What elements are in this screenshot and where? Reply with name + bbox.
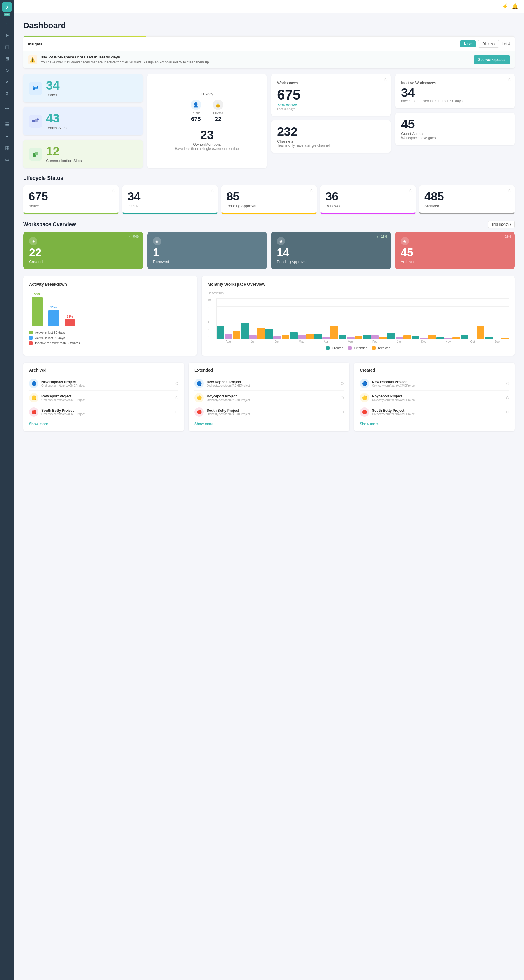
sidebar-item-tools[interactable]: ✕ bbox=[2, 76, 12, 87]
archived-ext-1[interactable]: ⬡ bbox=[175, 382, 178, 385]
archived-item-3-text: South Betty Project Orchesty.com/team/AC… bbox=[41, 409, 85, 416]
ov-created-card: ↑ +54% ◈ 22 Created bbox=[23, 232, 143, 269]
dec-extended bbox=[420, 338, 428, 339]
created-item-1-left: 🔵 New Raphael Project Orchesty.com/team/… bbox=[360, 379, 416, 388]
created-show-more[interactable]: Show more bbox=[360, 422, 509, 426]
created-item-2: 🟡 Royceport Project Orchesty.com/team/AC… bbox=[360, 391, 509, 405]
see-workspaces-button[interactable]: See workspaces bbox=[474, 55, 510, 64]
archived-avatar-1: 🔵 bbox=[29, 379, 38, 388]
feb-created bbox=[363, 335, 371, 339]
label-may: May bbox=[290, 340, 314, 344]
lc-pending-card: ⬡ 85 Pending Approval bbox=[221, 185, 317, 214]
archived-avatar-2: 🟡 bbox=[29, 393, 38, 402]
legend-dot-green bbox=[29, 331, 33, 334]
month-select[interactable]: This month ▾ bbox=[488, 221, 515, 228]
sidebar-item-send[interactable]: ➤ bbox=[2, 30, 12, 40]
teams-sites-card: 43 Teams Sites bbox=[23, 107, 143, 135]
extended-ext-1[interactable]: ⬡ bbox=[341, 382, 344, 385]
legend-dot-archived-monthly bbox=[372, 346, 376, 350]
owner-members-label: Owner/Members bbox=[153, 142, 261, 146]
label-jan: Jan bbox=[387, 340, 411, 344]
archived-item-1-text: New Raphael Project Orchesty.com/team/AC… bbox=[41, 380, 85, 387]
archived-show-more[interactable]: Show more bbox=[29, 422, 178, 426]
created-name-2: Royceport Project bbox=[372, 394, 416, 398]
teams-sites-num: 43 bbox=[46, 112, 67, 124]
insights-actions: Next Dismiss 1 of 4 bbox=[460, 40, 510, 48]
lc-inactive-external[interactable]: ⬡ bbox=[211, 189, 214, 193]
insights-progress-fill bbox=[23, 36, 146, 37]
archived-list-card: Archived 🔵 New Raphael Project Orchesty.… bbox=[23, 363, 184, 431]
ov-renewed-num: 1 bbox=[153, 247, 261, 259]
archived-item-2-left: 🟡 Royceport Project Orchesty.com/team/AC… bbox=[29, 393, 85, 402]
extended-ext-3[interactable]: ⬡ bbox=[341, 410, 344, 414]
legend-label-extended: Extended bbox=[354, 346, 367, 350]
ov-created-icon: ◈ bbox=[29, 237, 137, 245]
month-sep bbox=[485, 337, 509, 339]
label-sep: Sep bbox=[485, 340, 509, 344]
month-oct bbox=[460, 326, 484, 339]
guest-label: Guest Access bbox=[401, 132, 509, 136]
bottom-row: Archived 🔵 New Raphael Project Orchesty.… bbox=[23, 363, 515, 431]
lc-archived-card: ⬡ 485 Archived bbox=[419, 185, 515, 214]
label-mar: Mar bbox=[339, 340, 362, 344]
sidebar-item-layers[interactable]: ◫ bbox=[2, 41, 12, 52]
guest-num: 45 bbox=[401, 118, 509, 130]
archived-url-2: Orchesty.com/team/ACMEProject bbox=[41, 398, 85, 401]
channels-label: Channels bbox=[277, 139, 385, 143]
created-ext-3[interactable]: ⬡ bbox=[506, 410, 509, 414]
lc-archived-external[interactable]: ⬡ bbox=[508, 189, 511, 193]
extended-show-more[interactable]: Show more bbox=[194, 422, 344, 426]
sidebar-logo[interactable]: ❯ bbox=[2, 2, 12, 12]
sidebar-item-monitor[interactable]: ▭ bbox=[2, 154, 12, 164]
workspaces-col: ⬡ Workspaces 675 72% Active Last 90 days… bbox=[271, 74, 391, 168]
sidebar-item-grid[interactable]: ⊞ bbox=[2, 53, 12, 64]
mar-created bbox=[339, 336, 346, 339]
extended-item-2-left: 🟡 Royceport Project Orchesty.com/team/AC… bbox=[194, 393, 250, 402]
may-created bbox=[290, 332, 298, 339]
extended-item-3-text: South Betty Project Orchesty.com/team/AC… bbox=[207, 409, 250, 416]
dismiss-button[interactable]: Dismiss bbox=[478, 40, 499, 48]
comm-sites-label: Communication Sites bbox=[46, 159, 82, 163]
inactive-external-icon[interactable]: ⬡ bbox=[508, 78, 511, 82]
next-button[interactable]: Next bbox=[460, 40, 476, 48]
created-list-title: Created bbox=[360, 368, 509, 372]
lc-active-external[interactable]: ⬡ bbox=[112, 189, 115, 193]
jul-archived bbox=[257, 328, 265, 339]
extended-avatar-1: 🔵 bbox=[194, 379, 204, 388]
workspaces-title: Workspaces bbox=[277, 81, 385, 85]
month-aug bbox=[217, 326, 240, 339]
archived-url-1: Orchesty.com/team/ACMEProject bbox=[41, 384, 85, 387]
workspace-overview-header: Workspace Overview This month ▾ bbox=[23, 221, 515, 228]
y-10: 10 bbox=[207, 298, 211, 301]
topbar: ⚡ 🔔 bbox=[14, 0, 524, 13]
workspaces-external-icon[interactable]: ⬡ bbox=[384, 78, 387, 82]
sidebar-item-refresh[interactable]: ↻ bbox=[2, 65, 12, 75]
may-archived bbox=[306, 334, 314, 339]
y-8: 8 bbox=[207, 306, 211, 309]
sidebar-item-settings[interactable]: ⚙ bbox=[2, 88, 12, 99]
archived-ext-2[interactable]: ⬡ bbox=[175, 396, 178, 400]
public-icon: 👤 bbox=[191, 100, 201, 110]
owner-members-section: 23 Owner/Members Have less than a single… bbox=[153, 129, 261, 151]
ov-created-num: 22 bbox=[29, 247, 137, 259]
archived-ext-3[interactable]: ⬡ bbox=[175, 410, 178, 414]
sidebar-item-list[interactable]: ☰ bbox=[2, 119, 12, 129]
sidebar-item-chart[interactable]: ▦ bbox=[2, 142, 12, 153]
extended-ext-2[interactable]: ⬡ bbox=[341, 396, 344, 400]
page-bottom-spacer bbox=[23, 437, 515, 449]
label-feb: Feb bbox=[363, 340, 387, 344]
lightning-icon[interactable]: ⚡ bbox=[502, 3, 508, 10]
sidebar-item-home[interactable]: ⌂ bbox=[2, 18, 12, 29]
lc-pending-external[interactable]: ⬡ bbox=[310, 189, 313, 193]
activity-legend: Active in last 30 days Active in last 90… bbox=[29, 331, 191, 345]
label-dec: Dec bbox=[412, 340, 435, 344]
sidebar-item-list2[interactable]: ≡ bbox=[2, 130, 12, 141]
lc-renewed-external[interactable]: ⬡ bbox=[409, 189, 412, 193]
created-ext-2[interactable]: ⬡ bbox=[506, 396, 509, 400]
label-jul: Jul bbox=[241, 340, 264, 344]
sidebar-divider2 bbox=[3, 117, 11, 117]
created-ext-1[interactable]: ⬡ bbox=[506, 382, 509, 385]
ov-pending-icon: ◈ bbox=[277, 237, 385, 245]
bell-icon[interactable]: 🔔 bbox=[512, 3, 518, 10]
sidebar-item-more[interactable]: ••• bbox=[2, 103, 12, 114]
